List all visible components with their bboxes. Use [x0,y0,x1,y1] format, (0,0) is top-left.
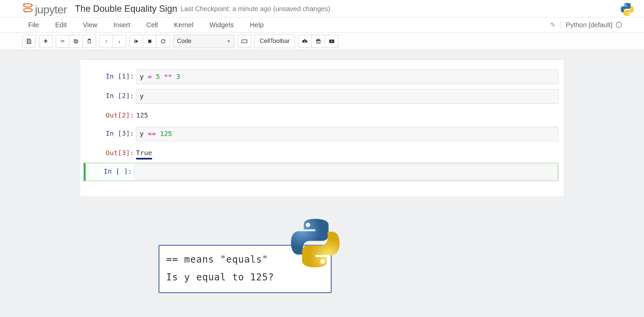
svg-point-2 [24,3,25,5]
edit-mode-icon: ✎ [550,21,555,29]
python-logo-icon [620,3,634,17]
svg-rect-5 [75,40,78,43]
chevron-down-icon: ▼ [227,39,231,44]
menu-bar: File Edit View Insert Cell Kernel Widget… [0,17,644,33]
in-prompt: In [3]: [86,127,136,140]
svg-rect-11 [242,40,247,43]
svg-rect-8 [89,39,90,40]
svg-point-4 [25,11,26,12]
out-prompt: Out[3]: [86,146,136,160]
in-prompt: In [ ]: [86,165,134,178]
toolbar: + ✂ ↑ ↓ Code ▼ [0,33,644,50]
code-input[interactable]: y == 125 [136,127,558,141]
kernel-status-icon [616,22,622,28]
celltoolbar-label: CellToolbar [260,38,290,45]
code-input[interactable]: y = 5 ** 3 [136,70,558,84]
notebook-title[interactable]: The Double Equality Sign [75,4,177,14]
output-row: Out[3]:True [86,145,558,161]
svg-rect-9 [135,39,135,43]
svg-rect-10 [148,40,151,43]
checkpoint-text: Last Checkpoint: a minute ago (unsaved c… [181,5,330,13]
restart-button[interactable] [156,35,170,48]
svg-point-19 [317,39,318,40]
code-cell[interactable]: In [ ]: [84,163,558,181]
output-text: True [136,146,558,160]
code-input[interactable]: y [136,89,558,104]
menu-view[interactable]: View [77,18,103,32]
paste-button[interactable] [83,35,96,48]
cloud-upload-button[interactable] [298,35,312,48]
in-prompt: In [2]: [86,89,136,102]
interrupt-button[interactable] [143,35,156,48]
svg-rect-6 [74,39,77,42]
cut-button[interactable]: ✂ [56,35,69,48]
annotation-line-2: Is y equal to 125? [166,268,324,286]
notebook-container: In [1]:y = 5 ** 3In [2]:yOut[2]:125In [3… [80,60,564,196]
menu-insert[interactable]: Insert [107,18,136,32]
svg-rect-18 [316,40,320,41]
output-row: Out[2]:125 [86,107,558,123]
add-cell-button[interactable]: + [39,35,52,48]
jupyter-logo-text: jupyter [35,3,67,16]
output-text: 125 [136,108,558,119]
python-logo-overlay-icon [290,218,340,270]
move-down-button[interactable]: ↓ [113,35,126,48]
cell-type-label: Code [177,38,191,45]
menu-help[interactable]: Help [244,18,270,32]
cell-type-select[interactable]: Code ▼ [173,35,234,48]
menu-cell[interactable]: Cell [140,18,164,32]
celltoolbar-button[interactable]: CellToolbar [255,35,295,48]
svg-point-20 [318,39,319,40]
gift-button[interactable] [312,35,325,48]
out-prompt: Out[2]: [86,108,136,122]
copy-button[interactable] [69,35,83,48]
move-up-button[interactable]: ↑ [99,35,113,48]
code-input[interactable] [134,165,558,179]
code-cell[interactable]: In [2]:y [86,88,558,105]
notebook-header: jupyter The Double Equality Sign Last Ch… [0,0,644,17]
menu-kernel[interactable]: Kernel [168,18,199,32]
code-cell[interactable]: In [1]:y = 5 ** 3 [86,68,558,86]
save-button[interactable] [22,35,36,48]
kernel-name[interactable]: Python [default] [560,21,612,29]
svg-point-3 [31,4,33,6]
presentation-button[interactable] [325,35,338,48]
jupyter-logo-icon [22,2,34,15]
jupyter-logo[interactable]: jupyter [22,2,67,16]
code-cell[interactable]: In [3]:y == 125 [86,125,558,143]
menu-edit[interactable]: Edit [49,18,73,32]
menu-file[interactable]: File [22,18,45,32]
in-prompt: In [1]: [86,70,136,83]
run-button[interactable] [130,35,143,48]
menu-widgets[interactable]: Widgets [203,18,240,32]
command-palette-button[interactable] [238,35,251,48]
